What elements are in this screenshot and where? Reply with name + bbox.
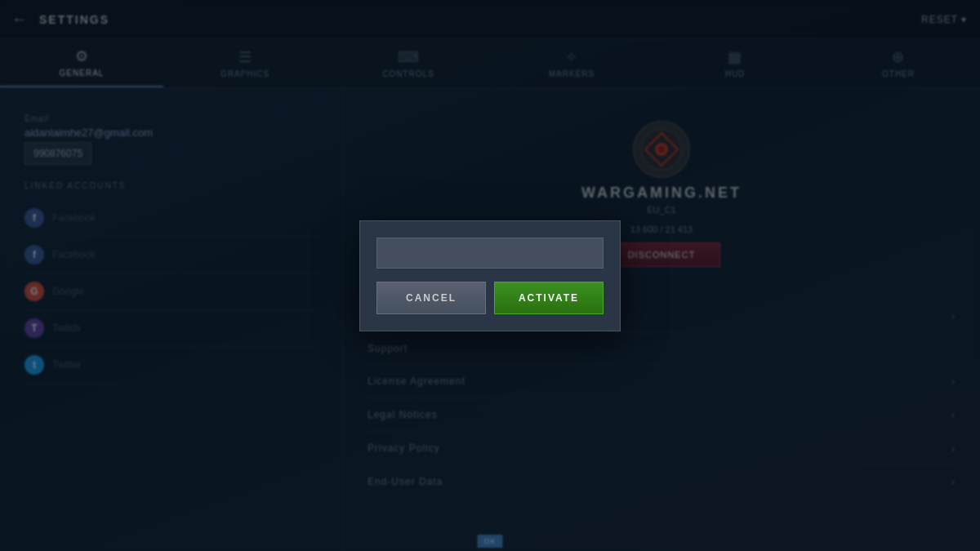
cancel-button[interactable]: CANCEL (376, 282, 486, 314)
activation-dialog: CANCEL ACTIVATE (359, 220, 621, 331)
dialog-buttons: CANCEL ACTIVATE (376, 282, 604, 314)
activate-button[interactable]: ACTIVATE (494, 282, 604, 314)
activation-code-input[interactable] (376, 238, 604, 269)
